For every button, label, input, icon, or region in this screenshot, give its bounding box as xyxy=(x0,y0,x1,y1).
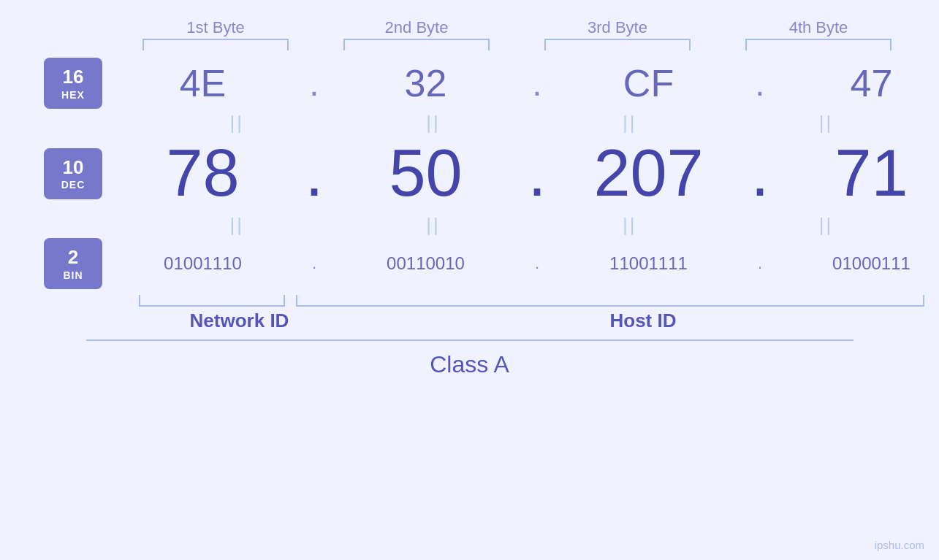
dec-dot-3: . xyxy=(749,136,771,211)
dec-byte-3: 207 xyxy=(548,136,749,211)
eq-2-1: || xyxy=(139,214,335,237)
dec-byte-2: 50 xyxy=(325,136,526,211)
eq-1-3: || xyxy=(532,112,729,134)
hex-row: 4E . 32 . CF . 47 xyxy=(102,61,939,105)
bin-badge: 2 BIN xyxy=(44,238,102,289)
id-labels-row: Network ID Host ID xyxy=(15,310,924,332)
bin-dot-2: . xyxy=(526,254,548,273)
dec-row: 78 . 50 . 207 . 71 xyxy=(102,136,939,211)
eq-2-4: || xyxy=(728,214,924,237)
network-id-label: Network ID xyxy=(139,310,340,332)
eq-1-4: || xyxy=(728,112,924,134)
dec-byte-4: 71 xyxy=(771,136,939,211)
watermark: ipshu.com xyxy=(875,539,924,551)
dec-dot-1: . xyxy=(303,136,325,211)
network-id-bracket xyxy=(139,295,285,307)
eq-2-2: || xyxy=(335,214,532,237)
bin-byte-2: 00110010 xyxy=(325,253,526,274)
bin-byte-3: 11001111 xyxy=(548,253,749,274)
class-label: Class A xyxy=(430,351,509,377)
hex-dot-1: . xyxy=(303,64,325,104)
bin-byte-1: 01001110 xyxy=(102,253,303,274)
bracket-2 xyxy=(316,39,517,50)
dec-byte-1: 78 xyxy=(102,136,303,211)
byte-header-3: 3rd Byte xyxy=(517,18,718,37)
host-id-label: Host ID xyxy=(362,310,924,332)
bin-dot-1: . xyxy=(303,254,325,273)
class-row: Class A xyxy=(86,340,854,378)
dec-badge: 10 DEC xyxy=(44,148,102,199)
byte-header-2: 2nd Byte xyxy=(316,18,517,37)
host-id-bracket xyxy=(296,295,924,307)
byte-header-4: 4th Byte xyxy=(718,18,919,37)
eq-1-1: || xyxy=(139,112,335,134)
hex-dot-3: . xyxy=(749,64,771,104)
eq-2-3: || xyxy=(532,214,729,237)
hex-dot-2: . xyxy=(526,64,548,104)
hex-byte-3: CF xyxy=(548,61,749,105)
hex-byte-2: 32 xyxy=(325,61,526,105)
bottom-brackets-row xyxy=(15,295,924,307)
eq-1-2: || xyxy=(335,112,532,134)
hex-byte-1: 4E xyxy=(102,61,303,105)
hex-badge: 16 HEX xyxy=(44,58,102,109)
hex-byte-4: 47 xyxy=(771,61,939,105)
bin-byte-4: 01000111 xyxy=(771,253,939,274)
bin-dot-3: . xyxy=(749,254,771,273)
main-layout: 1st Byte 2nd Byte 3rd Byte 4th Byte 16 H… xyxy=(0,0,939,560)
bracket-1 xyxy=(115,39,316,50)
bracket-3 xyxy=(517,39,718,50)
bracket-4 xyxy=(718,39,919,50)
byte-header-1: 1st Byte xyxy=(115,18,316,37)
bin-row: 01001110 . 00110010 . 11001111 . 0100011… xyxy=(102,253,939,274)
dec-dot-2: . xyxy=(526,136,548,211)
